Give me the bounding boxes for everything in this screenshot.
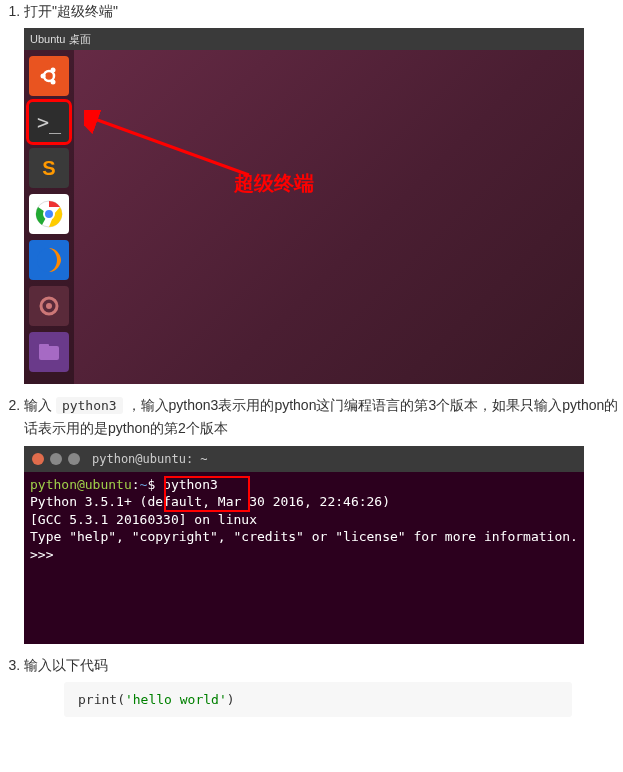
code-block: print('hello world') xyxy=(64,682,572,717)
dash-icon xyxy=(29,56,69,96)
svg-rect-12 xyxy=(39,344,49,348)
step-3: 输入以下代码 print('hello world') xyxy=(24,654,623,717)
svg-line-13 xyxy=(92,118,249,175)
terminal-titlebar: python@ubuntu: ~ xyxy=(24,446,584,472)
step-2: 输入 python3 ，输入python3表示用的python这门编程语言的第3… xyxy=(24,394,623,643)
settings-icon xyxy=(29,286,69,326)
maximize-icon xyxy=(68,453,80,465)
sublime-icon: S xyxy=(29,148,69,188)
files-icon xyxy=(29,332,69,372)
step-2-text: 输入 python3 ，输入python3表示用的python这门编程语言的第3… xyxy=(24,394,623,439)
terminal-body: python@ubuntu:~$ python3 Python 3.5.1+ (… xyxy=(24,472,584,568)
annotation-label: 超级终端 xyxy=(234,170,314,197)
chrome-icon xyxy=(29,194,69,234)
close-icon xyxy=(32,453,44,465)
svg-rect-11 xyxy=(39,346,59,360)
minimize-icon xyxy=(50,453,62,465)
firefox-icon xyxy=(29,240,69,280)
step-3-text: 输入以下代码 xyxy=(24,654,623,676)
terminal-title: python@ubuntu: ~ xyxy=(92,452,208,466)
ubuntu-launcher: >_ S xyxy=(24,50,74,384)
step-1-text: 打开"超级终端" xyxy=(24,0,623,22)
terminal-icon: >_ xyxy=(29,102,69,142)
terminal-screenshot: python@ubuntu: ~ python@ubuntu:~$ python… xyxy=(24,446,584,644)
ubuntu-desktop-screenshot: Ubuntu 桌面 >_ S 超级终端 xyxy=(24,28,584,384)
step-1: 打开"超级终端" Ubuntu 桌面 >_ S 超级终端 xyxy=(24,0,623,384)
ubuntu-menubar: Ubuntu 桌面 xyxy=(24,28,584,50)
svg-point-10 xyxy=(46,303,52,309)
annotation-arrow xyxy=(84,110,254,180)
inline-code: python3 xyxy=(56,397,123,414)
